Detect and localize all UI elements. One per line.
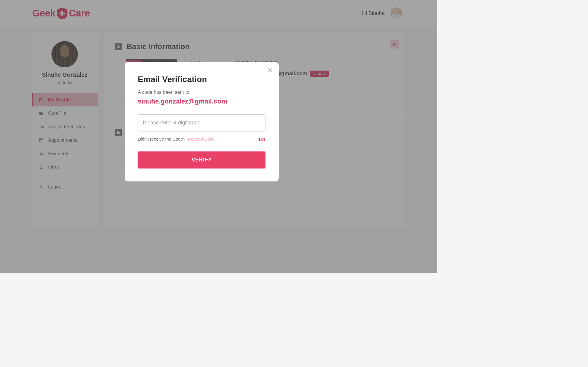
verify-button[interactable]: VERIFY (138, 151, 265, 169)
close-button[interactable] (267, 67, 273, 74)
email-verification-modal: Email Verification A code has been sent … (125, 62, 279, 181)
close-icon (267, 67, 273, 74)
modal-title: Email Verification (138, 74, 265, 84)
resend-code-link[interactable]: Resend Code (188, 137, 215, 141)
modal-email: sinuhe.gonzalez@gmail.com (138, 98, 265, 105)
resend-timer: 15s (258, 137, 266, 141)
didnt-receive-text: Didn't receive the Code? (138, 137, 185, 141)
modal-subtitle: A code has been sent to: (138, 89, 265, 95)
verification-code-input[interactable] (138, 114, 265, 131)
